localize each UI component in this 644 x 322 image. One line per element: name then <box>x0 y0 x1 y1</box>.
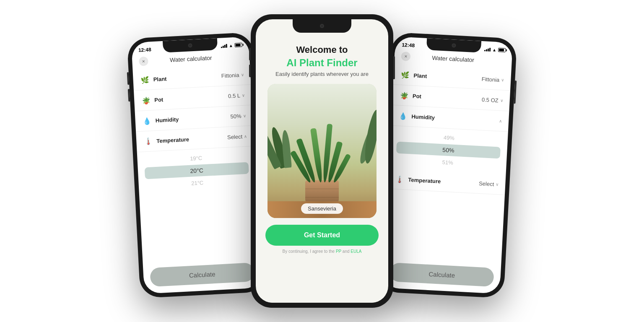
right-plant-label: Plant <box>413 72 427 79</box>
left-plant-chevron: ∨ <box>241 72 244 77</box>
bg-plant-right <box>345 96 374 164</box>
pp-link[interactable]: PP <box>336 249 341 254</box>
left-plant-label: Plant <box>153 75 167 83</box>
right-camera <box>452 43 456 48</box>
left-humidity-icon: 💧 <box>142 115 152 126</box>
right-time: 12:48 <box>402 42 415 49</box>
center-plant-label: Sansevieria <box>301 203 343 214</box>
center-welcome-to: Welcome to <box>275 44 369 55</box>
center-volume-up <box>249 48 251 60</box>
right-footer: Calculate <box>382 255 501 294</box>
center-phone-screen: 9:41 ▲ Welcome to <box>256 19 388 303</box>
right-humidity-picker[interactable]: 49% 50% 51% <box>389 126 508 175</box>
eula-link[interactable]: EULA <box>351 249 361 254</box>
center-welcome-content: Welcome to AI Plant Finder Easily identi… <box>259 33 385 303</box>
right-calculate-button[interactable]: Calculate <box>390 262 494 287</box>
right-plant-icon: 🌿 <box>400 70 410 80</box>
left-temperature-label: Temperature <box>156 136 189 144</box>
left-time: 12:48 <box>138 47 151 53</box>
right-phone: 12:48 ▲ × Water calculator <box>378 32 517 299</box>
center-phone-notch <box>293 19 351 33</box>
left-humidity-value: 50% <box>230 113 242 119</box>
right-pot-value: 0.5 OZ <box>482 96 499 104</box>
snake-leaves <box>303 119 341 182</box>
left-status-icons: ▲ <box>221 42 242 48</box>
left-plant-value: Fittonia <box>221 72 239 79</box>
left-temperature-chevron: ∧ <box>244 134 247 138</box>
left-calculate-button[interactable]: Calculate <box>150 262 254 287</box>
right-humidity-icon: 💧 <box>398 111 408 121</box>
right-temperature-label: Temperature <box>408 177 441 184</box>
left-temperature-value: Select <box>227 133 243 140</box>
right-pot-label: Pot <box>413 93 422 99</box>
left-close-button[interactable]: × <box>139 57 148 66</box>
right-power-button <box>514 80 517 104</box>
right-close-button[interactable]: × <box>401 52 410 61</box>
center-volume-down <box>249 65 251 77</box>
left-wifi-icon: ▲ <box>229 43 233 48</box>
left-pot-chevron: ∨ <box>242 93 245 97</box>
center-plant-scene <box>267 84 377 218</box>
center-plant-image: Sansevieria <box>267 84 377 218</box>
center-app-name: AI Plant Finder <box>275 57 369 69</box>
left-pot-value: 0.5 L <box>228 92 241 99</box>
left-pot-icon: 🪴 <box>141 95 151 105</box>
left-temperature-icon: 🌡️ <box>143 136 153 146</box>
left-phone-screen: 12:48 ▲ × Water calculator <box>131 36 262 294</box>
volume-up-button <box>127 72 130 85</box>
right-temperature-icon: 🌡️ <box>395 174 405 184</box>
center-footer: Get Started By continuing, I agree to th… <box>265 218 379 257</box>
left-screen-title: Water calculator <box>170 55 212 63</box>
volume-down-button <box>128 89 130 101</box>
right-pot-chevron: ∨ <box>500 98 503 103</box>
right-status-icons: ▲ <box>484 47 506 53</box>
center-welcome-header: Welcome to AI Plant Finder Easily identi… <box>265 36 379 84</box>
right-plant-chevron: ∨ <box>501 78 504 82</box>
center-terms-text: By continuing, I agree to the PP and EUL… <box>265 249 379 254</box>
left-humidity-chevron: ∨ <box>243 113 246 118</box>
right-battery-icon <box>498 48 506 52</box>
center-power-button <box>393 56 395 79</box>
left-footer: Calculate <box>143 255 262 294</box>
right-temperature-chevron: ∨ <box>496 182 499 187</box>
right-plant-value: Fittonia <box>481 75 499 83</box>
phones-container: 12:48 ▲ × Water calculator <box>0 0 644 322</box>
left-pot-label: Pot <box>154 96 164 103</box>
center-camera <box>320 24 324 28</box>
center-phone: 9:41 ▲ Welcome to <box>251 14 393 308</box>
right-phone-screen: 12:48 ▲ × Water calculator <box>382 36 513 294</box>
left-battery-icon <box>234 43 242 47</box>
right-wifi-icon: ▲ <box>492 47 496 52</box>
center-subtitle: Easily identify plants wherever you are <box>275 71 369 77</box>
left-humidity-label: Humidity <box>155 116 179 124</box>
right-temperature-value: Select <box>479 180 494 187</box>
right-humidity-chevron: ∧ <box>499 119 502 123</box>
left-camera <box>188 43 192 48</box>
left-temperature-picker[interactable]: 19°C 20°C 21°C <box>137 146 257 195</box>
center-get-started-button[interactable]: Get Started <box>265 225 379 246</box>
left-plant-icon: 🌿 <box>140 75 150 85</box>
right-pot-icon: 🪴 <box>399 90 409 101</box>
right-humidity-label: Humidity <box>411 113 435 121</box>
left-phone: 12:48 ▲ × Water calculator <box>127 32 266 299</box>
left-signal-icon <box>221 44 228 48</box>
right-signal-icon <box>484 47 491 52</box>
right-screen-title: Water calculator <box>432 55 474 63</box>
